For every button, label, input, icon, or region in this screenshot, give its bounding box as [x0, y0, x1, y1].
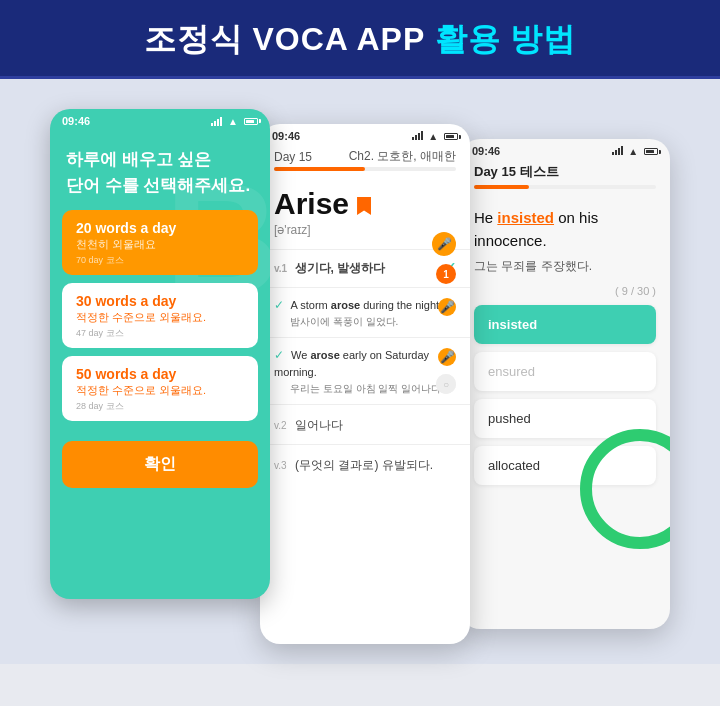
phone3-time: 09:46	[472, 145, 500, 157]
divider3	[260, 337, 470, 338]
example2-kr: 우리는 토요일 아침 일찍 일어나다	[290, 381, 456, 396]
option-20words-sub: 천천히 외울래요	[76, 237, 244, 252]
phone2-status-bar: 09:46 ▲	[260, 124, 470, 144]
quiz-count: ( 9 / 30 )	[460, 285, 670, 305]
phone3-progress-bar	[474, 185, 529, 189]
choice-allocated[interactable]: allocated	[474, 446, 656, 485]
phone2-word-area: Arise	[260, 181, 470, 223]
phone3-status-bar: 09:46 ▲	[460, 139, 670, 159]
word-text: Arise	[274, 187, 349, 221]
v3-text: (무엇의 결과로) 유발되다.	[295, 458, 433, 472]
phone1-icons: ▲	[211, 116, 258, 127]
progress-number: 1	[436, 264, 456, 284]
wifi-icon: ▲	[628, 146, 638, 157]
option-50words[interactable]: 50 words a day 적정한 수준으로 외울래요. 28 day 코스	[62, 356, 258, 421]
example1-kr: 밤사이에 폭풍이 일었다.	[290, 314, 456, 329]
phone2-header: Day 15 Ch2. 모호한, 애매한	[260, 144, 470, 167]
option-30words-days: 47 day 코스	[76, 327, 244, 340]
phone2: 09:46 ▲ Day 15 Ch2. 모호한, 애매한	[260, 124, 470, 644]
app-title: 조정식 VOCA APP 활용 방법	[0, 18, 720, 62]
option-20words-title: 20 words a day	[76, 220, 244, 236]
title-white: 조정식 VOCA APP	[144, 21, 435, 57]
divider2	[260, 287, 470, 288]
phone2-time: 09:46	[272, 130, 300, 142]
battery-icon	[244, 118, 258, 125]
v2-text: 일어나다	[295, 418, 343, 432]
example1: ✓ A storm arose during the night. 밤사이에 폭…	[260, 292, 470, 333]
quiz-translation: 그는 무죄를 주장했다.	[460, 256, 670, 285]
example2-bold: arose	[310, 349, 339, 361]
phone1-status-bar: 09:46 ▲	[50, 109, 270, 129]
v1-label: v.1	[274, 263, 287, 274]
v1-meaning-text: 생기다, 발생하다	[295, 261, 386, 275]
choice-pushed[interactable]: pushed	[474, 399, 656, 438]
phone2-day: Day 15	[274, 150, 312, 164]
battery-icon	[644, 148, 658, 155]
phone2-chapter: Ch2. 모호한, 애매한	[349, 148, 456, 165]
quiz-choices: insisted ensured pushed allocated	[460, 305, 670, 485]
word-options-list: 20 words a day 천천히 외울래요 70 day 코스 30 wor…	[50, 210, 270, 421]
phone2-progress-bar	[274, 167, 365, 171]
example1-bold: arose	[331, 299, 360, 311]
example2-mic[interactable]	[438, 348, 456, 366]
title-accent: 활용 방법	[435, 21, 577, 57]
check-icon2: ✓	[274, 348, 284, 362]
wifi-icon: ▲	[428, 131, 438, 142]
phone2-progress	[274, 167, 456, 171]
quiz-sentence: He insisted on his innocence.	[460, 199, 670, 256]
phone3-progress	[474, 185, 656, 189]
bookmark-icon[interactable]	[357, 197, 371, 215]
phone3-header: Day 15 테스트	[460, 159, 670, 183]
v2-label: v.2	[274, 420, 287, 431]
signal-icon	[612, 145, 623, 155]
phone3: 09:46 ▲ Day 15 테스트 He insisted on hi	[460, 139, 670, 629]
main-content: 09:46 ▲ B 하루에 배우고 싶은단어 수를 선택해주세요.	[0, 79, 720, 664]
quiz-word: insisted	[497, 209, 554, 226]
v2-row: v.2 일어나다 ○	[260, 409, 470, 440]
signal-icon	[211, 116, 222, 126]
phone2-icons: ▲	[412, 130, 458, 142]
v3-label: v.3	[274, 460, 287, 471]
divider5	[260, 444, 470, 445]
wifi-icon: ▲	[228, 116, 238, 127]
option-50words-days: 28 day 코스	[76, 400, 244, 413]
phone1-title: 하루에 배우고 싶은단어 수를 선택해주세요.	[50, 129, 270, 210]
v3-row: v.3 (무엇의 결과로) 유발되다. ○	[260, 449, 470, 480]
phone1-time: 09:46	[62, 115, 90, 127]
option-20words-days: 70 day 코스	[76, 254, 244, 267]
example1-suffix: during the night.	[363, 299, 442, 311]
mic-button[interactable]	[432, 232, 456, 256]
v3-check: ○	[436, 374, 456, 394]
confirm-button[interactable]: 확인	[62, 441, 258, 488]
choice-ensured[interactable]: ensured	[474, 352, 656, 391]
option-30words-title: 30 words a day	[76, 293, 244, 309]
example2-prefix: We	[291, 349, 310, 361]
example1-mic[interactable]	[438, 298, 456, 316]
option-50words-sub: 적정한 수준으로 외울래요.	[76, 383, 244, 398]
option-30words-sub: 적정한 수준으로 외울래요.	[76, 310, 244, 325]
phone1: 09:46 ▲ B 하루에 배우고 싶은단어 수를 선택해주세요.	[50, 109, 270, 599]
signal-icon	[412, 130, 423, 140]
option-30words[interactable]: 30 words a day 적정한 수준으로 외울래요. 47 day 코스	[62, 283, 258, 348]
phone3-icons: ▲	[612, 145, 658, 157]
check-icon: ✓	[274, 298, 284, 312]
choice-insisted[interactable]: insisted	[474, 305, 656, 344]
option-50words-title: 50 words a day	[76, 366, 244, 382]
option-20words[interactable]: 20 words a day 천천히 외울래요 70 day 코스	[62, 210, 258, 275]
app-header: 조정식 VOCA APP 활용 방법	[0, 0, 720, 79]
divider4	[260, 404, 470, 405]
example1-prefix: A storm	[290, 299, 330, 311]
phones-wrapper: 09:46 ▲ B 하루에 배우고 싶은단어 수를 선택해주세요.	[50, 109, 670, 644]
battery-icon	[444, 133, 458, 140]
